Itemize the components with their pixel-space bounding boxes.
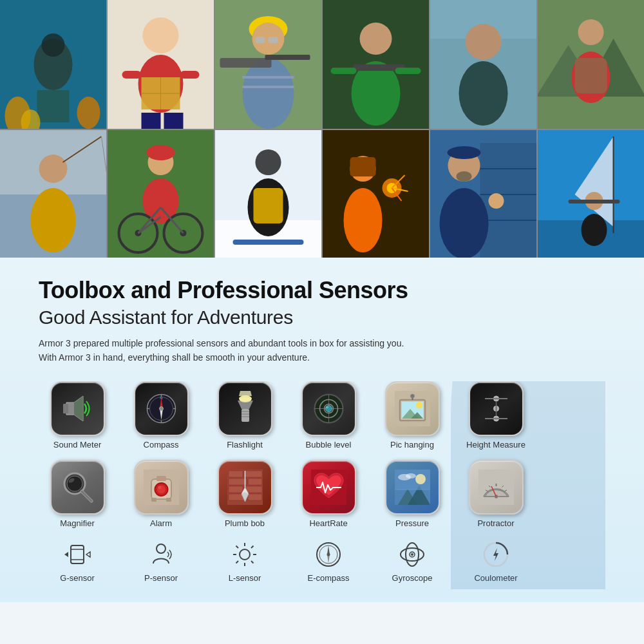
svg-point-19 — [249, 16, 288, 42]
svg-point-55 — [164, 214, 203, 252]
svg-point-140 — [67, 476, 82, 491]
icon-box-bubble-level[interactable] — [301, 381, 356, 436]
icon-item-sound-meter: Sound Meter — [39, 381, 116, 450]
icon-item-l-sensor: L-sensor — [206, 538, 283, 583]
svg-rect-27 — [265, 55, 310, 60]
svg-rect-155 — [244, 471, 262, 477]
icon-item-g-sensor: G-sensor — [39, 538, 116, 583]
svg-point-56 — [135, 230, 142, 236]
icon-box-height-measure[interactable] — [469, 381, 524, 436]
svg-point-51 — [148, 149, 174, 175]
svg-rect-67 — [323, 130, 429, 259]
svg-rect-0 — [0, 0, 106, 129]
magnifier-icon — [60, 469, 95, 505]
svg-rect-76 — [430, 130, 536, 259]
pressure-icon — [395, 469, 430, 505]
icon-box-protractor[interactable] — [469, 460, 524, 515]
icon-box-heartrate[interactable] — [301, 460, 356, 515]
svg-rect-161 — [248, 494, 262, 500]
svg-rect-158 — [229, 486, 243, 493]
photo-cyclist — [108, 130, 214, 259]
main-title: Toolbox and Professional Sensors — [39, 277, 605, 304]
icon-item-compass: N Compass — [122, 381, 200, 450]
gyroscope-graphic — [396, 538, 428, 571]
photo-fisherman — [0, 130, 106, 259]
svg-point-186 — [156, 544, 166, 553]
svg-marker-110 — [239, 391, 252, 396]
svg-rect-15 — [180, 71, 200, 79]
icon-item-bubble-level: Bubble level — [290, 381, 367, 450]
svg-rect-65 — [254, 188, 283, 223]
icon-item-pressure: Pressure — [374, 460, 451, 528]
sound-meter-icon — [60, 391, 95, 426]
p-sensor-label: P-sensor — [144, 573, 178, 583]
photo-diver — [0, 0, 106, 129]
svg-point-84 — [440, 188, 489, 259]
svg-point-173 — [406, 473, 416, 478]
icon-item-heartrate: HeartRate — [290, 460, 367, 528]
svg-point-91 — [582, 214, 607, 246]
photo-driver — [430, 0, 536, 129]
svg-point-187 — [240, 549, 250, 560]
icon-item-magnifier: Magnifier — [39, 460, 116, 528]
icon-box-pressure[interactable] — [385, 460, 440, 515]
svg-line-58 — [138, 207, 161, 233]
svg-line-71 — [392, 188, 408, 191]
alarm-icon — [144, 469, 179, 505]
icon-box-pic-hanging[interactable] — [385, 381, 440, 436]
svg-rect-92 — [569, 200, 620, 204]
icon-box-flashlight[interactable] — [218, 381, 272, 436]
svg-rect-77 — [480, 143, 537, 259]
icons-row1: Sound Meter N — [39, 381, 605, 460]
protractor-icon — [478, 469, 514, 505]
svg-rect-86 — [538, 130, 644, 259]
icon-box-plumb-bob[interactable] — [218, 460, 272, 515]
svg-line-192 — [236, 545, 239, 548]
sub-title: Good Assistant for Adventures — [39, 307, 605, 328]
svg-point-69 — [387, 183, 397, 193]
svg-marker-39 — [538, 45, 601, 97]
svg-point-111 — [240, 397, 251, 402]
svg-rect-35 — [430, 39, 536, 129]
plumb-bob-icon — [227, 469, 263, 505]
svg-point-20 — [252, 23, 285, 55]
svg-rect-107 — [242, 409, 249, 422]
icon-item-plumb-bob: Plumb bob — [206, 460, 283, 528]
icon-box-alarm[interactable] — [134, 460, 189, 515]
svg-rect-174 — [478, 469, 514, 505]
compass-label: Compass — [144, 440, 179, 450]
photo-hiker — [538, 0, 644, 129]
svg-line-195 — [236, 561, 239, 564]
content-section: Toolbox and Professional Sensors Good As… — [0, 258, 644, 602]
protractor-label: Protractor — [477, 518, 514, 528]
p-sensor-graphic — [145, 538, 177, 571]
icon-item-pic-hanging: Pic hanging — [374, 381, 451, 450]
photo-delivery — [108, 0, 214, 129]
e-compass-graphic — [312, 538, 345, 571]
flashlight-icon — [227, 391, 263, 426]
sound-meter-label: Sound Meter — [53, 440, 101, 450]
svg-rect-4 — [37, 90, 70, 122]
icons-row2: Magnifier — [39, 460, 605, 538]
svg-point-204 — [411, 553, 413, 556]
icon-box-compass[interactable]: N — [134, 381, 189, 436]
svg-rect-183 — [71, 545, 84, 564]
svg-rect-1 — [0, 0, 106, 129]
icon-item-protractor: Protractor — [457, 460, 535, 528]
plumb-bob-label: Plumb bob — [225, 518, 265, 528]
svg-rect-17 — [164, 113, 184, 129]
svg-point-73 — [350, 156, 376, 182]
svg-rect-32 — [331, 68, 357, 74]
svg-point-122 — [326, 406, 328, 408]
svg-rect-66 — [233, 240, 304, 245]
svg-rect-44 — [0, 130, 106, 259]
flashlight-label: Flashlight — [227, 440, 263, 450]
svg-rect-156 — [229, 478, 247, 485]
icon-box-magnifier[interactable] — [50, 460, 105, 515]
icon-box-sound-meter[interactable] — [50, 381, 105, 436]
svg-rect-61 — [215, 130, 321, 259]
svg-point-10 — [138, 55, 184, 113]
svg-rect-8 — [108, 0, 214, 129]
svg-rect-149 — [156, 476, 166, 481]
photo-mechanic — [323, 0, 429, 129]
